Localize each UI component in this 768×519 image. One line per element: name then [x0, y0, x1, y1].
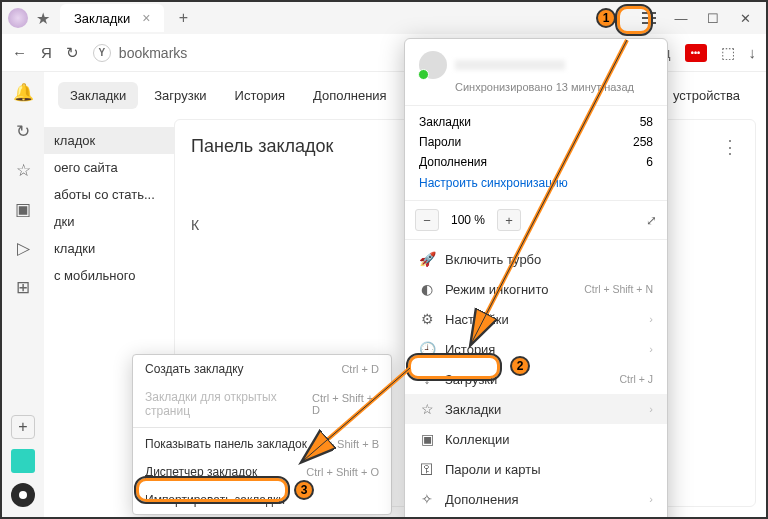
menu-item-label: История	[445, 342, 495, 357]
fullscreen-icon[interactable]: ⤢	[646, 213, 657, 228]
annotation-badge-2: 2	[510, 356, 530, 376]
nav-tab[interactable]: Закладки	[58, 82, 138, 109]
history-rail-icon[interactable]: ↻	[16, 121, 30, 142]
close-button[interactable]: ✕	[730, 4, 760, 32]
folder-item[interactable]: с мобильного	[44, 262, 174, 289]
minimize-button[interactable]: —	[666, 4, 696, 32]
menu-item-label: Настройки	[445, 312, 509, 327]
reload-icon[interactable]: ↻	[66, 44, 79, 62]
back-icon[interactable]: ←	[12, 44, 27, 61]
extensions-icon[interactable]: ⬚	[721, 44, 735, 62]
tab-close-icon[interactable]: ×	[142, 10, 150, 26]
puzzle-icon: ✧	[419, 491, 435, 507]
titlebar: ★ Закладки × + — ☐ ✕	[2, 2, 766, 34]
play-rail-icon[interactable]: ▷	[17, 238, 30, 259]
menu-item-label: Дополнения	[445, 492, 519, 507]
context-menu-item[interactable]: Диспетчер закладокCtrl + Shift + O	[133, 458, 391, 486]
folder-item[interactable]: аботы со стать...	[44, 181, 174, 208]
tab-title: Закладки	[74, 11, 130, 26]
star-icon: ☆	[419, 401, 435, 417]
new-tab-button[interactable]: +	[172, 7, 194, 29]
browser-tab[interactable]: Закладки ×	[60, 4, 164, 32]
menu-item-label: Коллекции	[445, 432, 510, 447]
clock-icon: 🕘	[419, 341, 435, 357]
profile-avatar[interactable]	[8, 8, 28, 28]
zoom-value: 100 %	[443, 213, 493, 227]
left-rail: 🔔 ↻ ☆ ▣ ▷ ⊞ +	[2, 72, 44, 517]
hamburger-icon	[637, 7, 661, 29]
annotation-badge-3: 3	[294, 480, 314, 500]
zoom-in-button[interactable]: +	[497, 209, 521, 231]
chevron-right-icon: ›	[649, 313, 653, 325]
apps-rail-icon[interactable]: ⊞	[16, 277, 30, 298]
menu-item-label: Включить турбо	[445, 252, 541, 267]
sync-settings-link[interactable]: Настроить синхронизацию	[419, 172, 653, 190]
key-icon: ⚿	[419, 461, 435, 477]
menu-item[interactable]: ✧Дополнения›	[405, 484, 667, 514]
main-menu-popover: Синхронизировано 13 минут назад Закладки…	[404, 38, 668, 519]
rocket-icon: 🚀	[419, 251, 435, 267]
menu-button[interactable]	[634, 4, 664, 32]
folder-item[interactable]: дки	[44, 208, 174, 235]
folder-item[interactable]: кладок	[44, 127, 174, 154]
menu-item[interactable]: ☆Закладки›	[405, 394, 667, 424]
sync-username	[455, 60, 565, 70]
chevron-right-icon: ›	[649, 403, 653, 415]
menu-item[interactable]: 🚀Включить турбо	[405, 244, 667, 274]
nav-tab[interactable]: Дополнения	[301, 82, 399, 109]
sync-status: Синхронизировано 13 минут назад	[455, 81, 653, 93]
mask-icon: ◐	[419, 281, 435, 297]
menu-item-label: Загрузки	[445, 372, 497, 387]
annotation-badge-1: 1	[596, 8, 616, 28]
context-menu-item[interactable]: Показывать панель закладокtrl + Shift + …	[133, 430, 391, 458]
alice-icon[interactable]	[11, 483, 35, 507]
sync-avatar[interactable]	[419, 51, 447, 79]
add-rail-button[interactable]: +	[11, 415, 35, 439]
home-icon[interactable]: Я	[41, 44, 52, 61]
more-icon[interactable]: ⋮	[721, 136, 739, 158]
context-menu-item: Закладки для открытых страницCtrl + Shif…	[133, 383, 391, 425]
zoom-controls: − 100 % + ⤢	[405, 201, 667, 240]
zoom-out-button[interactable]: −	[415, 209, 439, 231]
menu-item[interactable]: ⚿Пароли и карты	[405, 454, 667, 484]
menu-item[interactable]: ◐Режим инкогнитоCtrl + Shift + N	[405, 274, 667, 304]
menu-item[interactable]: ↓ЗагрузкиCtrl + J	[405, 364, 667, 394]
site-icon: Y	[93, 44, 111, 62]
maximize-button[interactable]: ☐	[698, 4, 728, 32]
menu-item-label: Пароли и карты	[445, 462, 541, 477]
nav-tab[interactable]: История	[223, 82, 297, 109]
sync-stat-row: Дополнения6	[419, 152, 653, 172]
collections-rail-icon[interactable]: ▣	[15, 199, 31, 220]
menu-item[interactable]: ⚙Настройки›	[405, 304, 667, 334]
chevron-right-icon: ›	[649, 343, 653, 355]
gear-icon: ⚙	[419, 311, 435, 327]
context-menu-item[interactable]: Импортировать закладки	[133, 486, 391, 514]
bell-icon[interactable]: 🔔	[13, 82, 34, 103]
menu-item-label: Закладки	[445, 402, 501, 417]
context-menu-item[interactable]: Создать закладкуCtrl + D	[133, 355, 391, 383]
downloads-icon[interactable]: ↓	[749, 44, 757, 61]
collection-icon: ▣	[419, 431, 435, 447]
nav-tab-devices[interactable]: устройства	[661, 82, 752, 109]
star-rail-icon[interactable]: ☆	[16, 160, 31, 181]
sync-stat-row: Закладки58	[419, 112, 653, 132]
star-icon: ★	[36, 9, 50, 28]
menu-item-list: 🚀Включить турбо◐Режим инкогнитоCtrl + Sh…	[405, 240, 667, 519]
extension-badge[interactable]: •••	[685, 44, 707, 62]
sync-stats: Закладки58Пароли258Дополнения6Настроить …	[405, 106, 667, 201]
menu-item[interactable]: ⋯Дополнительно›	[405, 514, 667, 519]
menu-item[interactable]: ▣Коллекции	[405, 424, 667, 454]
download-icon: ↓	[419, 371, 435, 387]
nav-tab[interactable]: Загрузки	[142, 82, 218, 109]
teal-app-icon[interactable]	[11, 449, 35, 473]
menu-item[interactable]: 🕘История›	[405, 334, 667, 364]
folder-item[interactable]: оего сайта	[44, 154, 174, 181]
folder-item[interactable]: кладки	[44, 235, 174, 262]
menu-item-label: Режим инкогнито	[445, 282, 548, 297]
bookmarks-context-menu: Создать закладкуCtrl + DЗакладки для отк…	[132, 354, 392, 515]
url-text: bookmarks	[119, 45, 187, 61]
sync-stat-row: Пароли258	[419, 132, 653, 152]
chevron-right-icon: ›	[649, 493, 653, 505]
